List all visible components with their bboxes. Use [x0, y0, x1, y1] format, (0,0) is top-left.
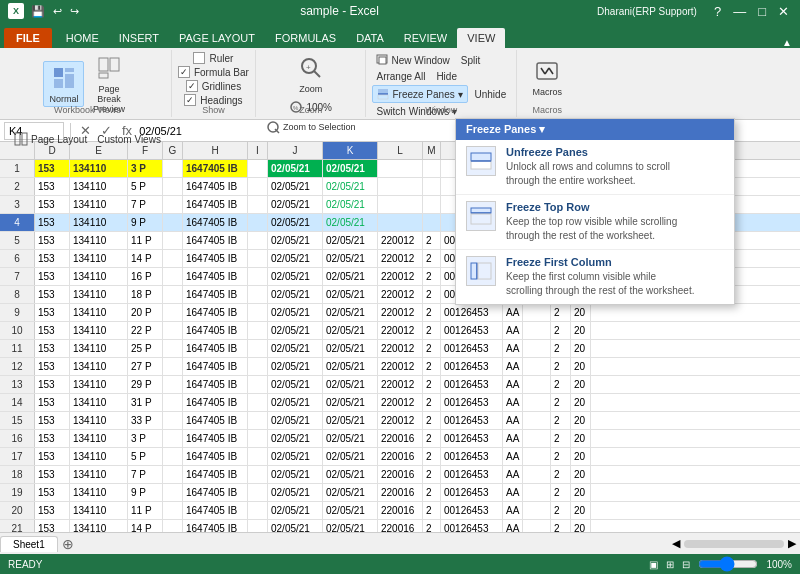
cell[interactable] [523, 214, 551, 231]
cell[interactable]: 153 [35, 196, 70, 213]
cell[interactable]: 2 [423, 268, 441, 285]
cell[interactable] [523, 322, 551, 339]
cell[interactable]: 20 [571, 268, 591, 285]
cell[interactable] [163, 196, 183, 213]
cell[interactable]: 2 [423, 520, 441, 532]
tab-home[interactable]: HOME [56, 28, 109, 48]
cell[interactable]: 2 [551, 502, 571, 519]
cell[interactable]: 9 P [128, 484, 163, 501]
cell[interactable]: AA [503, 394, 523, 411]
unhide-btn[interactable]: Unhide [471, 85, 511, 103]
cell[interactable] [378, 214, 423, 231]
tab-page-layout[interactable]: PAGE LAYOUT [169, 28, 265, 48]
cell[interactable]: 2 [423, 322, 441, 339]
cell[interactable]: 2 [551, 412, 571, 429]
cell[interactable] [441, 214, 503, 231]
cell[interactable] [248, 358, 268, 375]
cell[interactable]: 02/05/21 [323, 250, 378, 267]
col-q[interactable]: Q [551, 142, 571, 159]
cell[interactable]: 1647405 IB [183, 448, 248, 465]
cell[interactable]: 00126453 [441, 430, 503, 447]
cell[interactable]: 220012 [378, 394, 423, 411]
cell[interactable]: 153 [35, 430, 70, 447]
cell[interactable]: 02/05/21 [268, 322, 323, 339]
cell[interactable]: 00126453 [441, 520, 503, 532]
cell[interactable]: 20 [571, 502, 591, 519]
cell[interactable]: 153 [35, 214, 70, 231]
view-layout-btn[interactable]: ⊞ [666, 559, 674, 570]
cell[interactable]: 220012 [378, 250, 423, 267]
cell[interactable]: 220012 [378, 340, 423, 357]
cell[interactable] [163, 520, 183, 532]
cell[interactable]: 00126453 [441, 250, 503, 267]
tab-insert[interactable]: INSERT [109, 28, 169, 48]
cell[interactable]: AA [503, 376, 523, 393]
cell[interactable]: 2 [551, 304, 571, 321]
cell[interactable]: 153 [35, 304, 70, 321]
cell[interactable]: 20 [571, 448, 591, 465]
cell[interactable]: AA [503, 502, 523, 519]
ruler-check[interactable]: Ruler [193, 52, 233, 64]
cell[interactable]: AA [503, 412, 523, 429]
cell[interactable] [248, 304, 268, 321]
cell[interactable]: 153 [35, 178, 70, 195]
cell[interactable]: 1647405 IB [183, 520, 248, 532]
cell[interactable]: 2 [423, 304, 441, 321]
cell[interactable]: 2 [423, 484, 441, 501]
cell[interactable]: 02/05/21 [323, 178, 378, 195]
cell[interactable]: 220016 [378, 430, 423, 447]
cell[interactable]: 20 [571, 286, 591, 303]
cell[interactable] [163, 448, 183, 465]
col-g[interactable]: G [163, 142, 183, 159]
view-normal-btn[interactable]: ▣ [649, 559, 658, 570]
cell[interactable]: 20 [571, 484, 591, 501]
normal-view-btn[interactable]: Normal [43, 61, 84, 107]
cell[interactable] [248, 412, 268, 429]
cell[interactable] [248, 160, 268, 177]
cell[interactable]: 9 P [128, 214, 163, 231]
cell[interactable] [441, 178, 503, 195]
save-quick-btn[interactable]: 💾 [28, 4, 48, 19]
cell[interactable]: 153 [35, 322, 70, 339]
cell[interactable] [503, 214, 523, 231]
table-row[interactable]: 715313411016 P1647405 IB02/05/2102/05/21… [0, 268, 800, 286]
table-row[interactable]: 1415313411031 P1647405 IB02/05/2102/05/2… [0, 394, 800, 412]
cell[interactable]: 02/05/21 [323, 286, 378, 303]
cell[interactable] [248, 214, 268, 231]
cell[interactable]: 153 [35, 358, 70, 375]
table-row[interactable]: 181531341107 P1647405 IB02/05/2102/05/21… [0, 466, 800, 484]
cell[interactable] [423, 178, 441, 195]
cell[interactable] [163, 268, 183, 285]
cell[interactable]: 134110 [70, 250, 128, 267]
cell[interactable]: 220016 [378, 466, 423, 483]
cell[interactable]: 16 P [128, 268, 163, 285]
tab-file[interactable]: FILE [4, 28, 52, 48]
cell[interactable]: 220012 [378, 232, 423, 249]
cell[interactable] [163, 214, 183, 231]
cell[interactable]: 02/05/21 [268, 232, 323, 249]
cell[interactable] [523, 286, 551, 303]
cell[interactable]: 31 P [128, 394, 163, 411]
cell[interactable]: 134110 [70, 448, 128, 465]
cell[interactable]: 220016 [378, 448, 423, 465]
cell[interactable] [523, 304, 551, 321]
cell[interactable]: 2 [423, 502, 441, 519]
maximize-btn[interactable]: □ [755, 4, 769, 19]
table-row[interactable]: 31531341107 P1647405 IB02/05/2102/05/212… [0, 196, 800, 214]
cell[interactable]: 2 [551, 232, 571, 249]
arrange-all-btn[interactable]: Arrange All [372, 69, 429, 84]
cell[interactable]: 02/05/21 [323, 214, 378, 231]
cell[interactable]: 33 P [128, 412, 163, 429]
cell[interactable]: 153 [35, 232, 70, 249]
cell[interactable]: 153 [35, 160, 70, 177]
cell[interactable] [248, 520, 268, 532]
cell[interactable]: 02/05/21 [323, 376, 378, 393]
cell[interactable]: 220012 [378, 286, 423, 303]
cell[interactable] [523, 232, 551, 249]
cell[interactable]: 02/05/21 [323, 430, 378, 447]
cell[interactable] [163, 304, 183, 321]
cell[interactable]: 00126453 [441, 304, 503, 321]
cell[interactable]: 153 [35, 250, 70, 267]
cell[interactable]: 1647405 IB [183, 394, 248, 411]
cell[interactable] [423, 214, 441, 231]
